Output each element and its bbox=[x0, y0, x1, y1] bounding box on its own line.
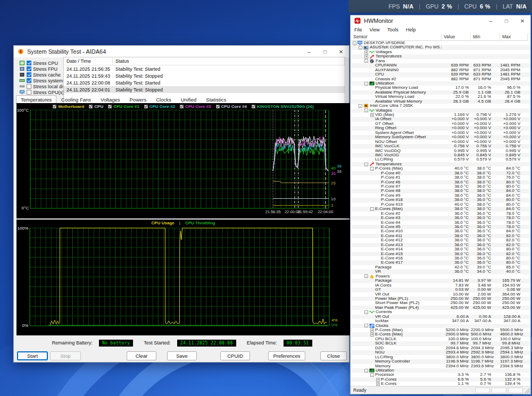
expand-icon[interactable]: + bbox=[376, 378, 380, 382]
sensor-row[interactable]: +Temperatures bbox=[351, 54, 530, 58]
collapse-icon[interactable]: - bbox=[364, 163, 368, 166]
sensor-row[interactable]: LLC/Ring0.579 V0.579 V0.579 V bbox=[351, 157, 530, 162]
expand-icon[interactable]: + bbox=[364, 50, 368, 54]
sensor-tree[interactable]: -DESKTOP-VFSDR0E-ASUSTeK COMPUTER INC. P… bbox=[351, 41, 530, 387]
minimize-button[interactable]: – bbox=[483, 15, 498, 26]
sensor-row[interactable]: -P-Cores (Max)40.0 °C38.0 °C84.0 °C bbox=[351, 166, 530, 171]
stress-checkbox[interactable] bbox=[27, 90, 31, 95]
log-row[interactable]: 24.11.2025 22:04:01Stability Test: Stopp… bbox=[64, 86, 345, 93]
sensor-row[interactable]: E-Core #1736.0 °C36.0 °C80.0 °C bbox=[351, 260, 530, 265]
log-row[interactable]: 24.11.2025 22:00:08Stability Test: Start… bbox=[64, 79, 345, 86]
sensor-row[interactable]: Virtual Memory Load22.0 %21.6 %87.5 % bbox=[351, 95, 530, 99]
collapse-icon[interactable]: - bbox=[370, 167, 374, 171]
sensor-row[interactable]: P-Core #838.0 °C38.0 °C84.0 °C bbox=[351, 189, 530, 193]
sensor-row[interactable]: Chassis #2882 RPM871 RPM2045 RPM bbox=[351, 77, 530, 81]
collapse-icon[interactable]: - bbox=[364, 108, 368, 112]
collapse-icon[interactable]: - bbox=[364, 324, 368, 327]
sensor-row[interactable]: P-Core #038.0 °C38.0 °C72.0 °C bbox=[351, 171, 530, 175]
sensor-row[interactable]: P-Core #738.0 °C36.0 °C80.0 °C bbox=[351, 184, 530, 189]
menu-file[interactable]: File bbox=[351, 27, 366, 32]
sensor-row[interactable]: -E-Cores (Max)38.0 °C38.0 °C84.0 °C bbox=[351, 207, 530, 211]
hwmonitor-titlebar[interactable]: HWMonitor –□✕ bbox=[351, 15, 530, 26]
sensor-row[interactable]: E-Core #1636.0 °C36.0 °C80.0 °C bbox=[351, 256, 530, 260]
minimize-button[interactable]: – bbox=[301, 46, 317, 57]
sensor-row[interactable]: E-Core #1238.0 °C36.0 °C82.0 °C bbox=[351, 238, 530, 242]
collapse-icon[interactable]: - bbox=[364, 310, 368, 314]
sensor-row[interactable]: -Processor3.3 %2.7 %136.8 % bbox=[351, 373, 530, 377]
sensor-row[interactable]: -ASUSTeK COMPUTER INC. Pro WS Z890-ACE..… bbox=[351, 45, 530, 49]
sensor-row[interactable]: Max Peak Power (PL4)425.00 W425.00 W425.… bbox=[351, 306, 530, 310]
sensor-row[interactable]: -Intel Core Ultra 7 265K bbox=[351, 104, 530, 108]
stress-checkbox[interactable] bbox=[27, 61, 31, 65]
column-header-max[interactable]: Max bbox=[500, 33, 528, 40]
sensor-row[interactable]: -Utilization bbox=[351, 81, 530, 86]
sensor-row[interactable]: IMC VccDDQ0.995 V0.995 V0.995 V bbox=[351, 149, 530, 153]
menu-tools[interactable]: Tools bbox=[384, 27, 402, 32]
close-button[interactable]: Close bbox=[320, 351, 347, 360]
sensor-row[interactable]: P-Core #1838.0 °C36.0 °C80.0 °C bbox=[351, 198, 530, 202]
sensor-row[interactable]: -Voltages bbox=[351, 108, 530, 113]
expand-icon[interactable]: + bbox=[376, 382, 380, 386]
sensor-row[interactable]: +Voltages bbox=[351, 50, 530, 54]
sensor-row[interactable]: Available Virtual Memory28.3 GB4.5 GB28.… bbox=[351, 99, 530, 104]
sensor-row[interactable]: P-Core #1940.0 °C38.0 °C80.0 °C bbox=[351, 203, 530, 207]
aida64-titlebar[interactable]: System Stability Test - AIDA64 –□✕ bbox=[14, 46, 349, 57]
save-button[interactable]: Save bbox=[167, 351, 197, 360]
maximize-button[interactable]: □ bbox=[317, 46, 333, 57]
hwmonitor-window[interactable]: HWMonitor –□✕ FileViewToolsHelp SensorVa… bbox=[350, 15, 531, 394]
sensor-row[interactable]: P-Core #938.0 °C36.0 °C84.0 °C bbox=[351, 193, 530, 198]
log-row[interactable]: 24.11.2025 21:59:43Stability Test: Stopp… bbox=[64, 72, 345, 79]
aida64-stability-test-window[interactable]: System Stability Test - AIDA64 –□✕ Stres… bbox=[13, 45, 350, 363]
sensor-row[interactable]: IMC VccCLK0.756 V0.756 V0.756 V bbox=[351, 144, 530, 148]
sensor-row[interactable]: -DESKTOP-VFSDR0E bbox=[351, 41, 530, 45]
sensor-row[interactable]: P-Core #638.0 °C38.0 °C80.0 °C bbox=[351, 180, 530, 184]
clear-button[interactable]: Clear bbox=[127, 351, 156, 360]
sensor-row[interactable]: IA Cores7.83 W3.48 W154.93 W bbox=[351, 283, 530, 288]
column-header-min[interactable]: Min bbox=[471, 33, 500, 40]
sensor-row[interactable]: E-Core #336.0 °C36.0 °C78.0 °C bbox=[351, 216, 530, 220]
expand-icon[interactable]: + bbox=[370, 333, 374, 336]
stress-checkbox[interactable] bbox=[27, 72, 31, 77]
collapse-icon[interactable]: - bbox=[364, 59, 368, 63]
column-header-sensor[interactable]: Sensor bbox=[351, 33, 442, 40]
sensor-row[interactable]: -Utilization bbox=[351, 368, 530, 373]
collapse-icon[interactable]: - bbox=[370, 207, 374, 211]
sensor-row[interactable]: Memory2394.0 MHz2393.6 MHz2394.5 MHz bbox=[351, 364, 530, 368]
sensor-row[interactable]: +P-Cores6.6 %5.6 %132.9 % bbox=[351, 377, 530, 382]
collapse-icon[interactable]: - bbox=[370, 373, 374, 377]
collapse-icon[interactable]: - bbox=[359, 46, 362, 49]
sensor-row[interactable]: VR36.0 °C34.0 °C40.0 °C bbox=[351, 269, 530, 274]
cpuid-button[interactable]: CPUID bbox=[220, 351, 250, 360]
sensor-row[interactable]: -Temperatures bbox=[351, 162, 530, 166]
sensor-row[interactable]: P-Core #138.0 °C38.0 °C76.0 °C bbox=[351, 175, 530, 180]
sensor-row[interactable]: Physical Memory Load17.0 %16.0 %96.0 % bbox=[351, 86, 530, 90]
collapse-icon[interactable]: - bbox=[364, 82, 368, 86]
close-icon[interactable]: ✕ bbox=[333, 46, 349, 57]
collapse-icon[interactable]: - bbox=[364, 274, 368, 278]
collapse-icon[interactable]: - bbox=[353, 41, 356, 45]
sensor-row[interactable]: E-Core #536.0 °C36.0 °C78.0 °C bbox=[351, 225, 530, 229]
sensor-row[interactable]: IMC VccIOG0.845 V0.845 V0.845 V bbox=[351, 153, 530, 157]
sensor-row[interactable]: E-Core #1438.0 °C36.0 °C80.0 °C bbox=[351, 247, 530, 251]
column-header-value[interactable]: Value bbox=[442, 33, 471, 40]
sensor-row[interactable]: Package42.0 °C39.0 °C85.0 °C bbox=[351, 265, 530, 269]
maximize-button[interactable]: □ bbox=[498, 15, 514, 26]
start-button[interactable]: Start bbox=[17, 351, 48, 360]
stress-checkbox[interactable] bbox=[27, 66, 31, 71]
log-row[interactable]: 24.11.2025 21:56:35Stability Test: Start… bbox=[64, 65, 345, 72]
menu-view[interactable]: View bbox=[366, 27, 384, 32]
sensor-row[interactable]: Available Physical Memory25.9 GB1.1 GB26… bbox=[351, 90, 530, 95]
stop-button[interactable]: Stop bbox=[50, 351, 81, 360]
expand-icon[interactable]: + bbox=[364, 55, 368, 58]
preferences-button[interactable]: Preferences bbox=[268, 351, 305, 360]
sensor-row[interactable]: E-Core #1536.0 °C36.0 °C82.0 °C bbox=[351, 252, 530, 256]
sensor-row[interactable]: IccMax347.00 A347.00 A347.00 A bbox=[351, 319, 530, 323]
resize-grip[interactable] bbox=[525, 388, 530, 393]
close-icon[interactable]: ✕ bbox=[514, 15, 530, 26]
menu-help[interactable]: Help bbox=[402, 27, 420, 32]
sensor-row[interactable]: E-Core #436.0 °C36.0 °C78.0 °C bbox=[351, 221, 530, 225]
stress-checkbox[interactable] bbox=[27, 78, 31, 83]
sensor-row[interactable]: E-Core #1338.0 °C36.0 °C82.0 °C bbox=[351, 243, 530, 247]
expand-icon[interactable]: + bbox=[370, 113, 374, 117]
sensor-row[interactable]: NGU Offset+0.000 V+0.000 V+0.000 V bbox=[351, 140, 530, 144]
